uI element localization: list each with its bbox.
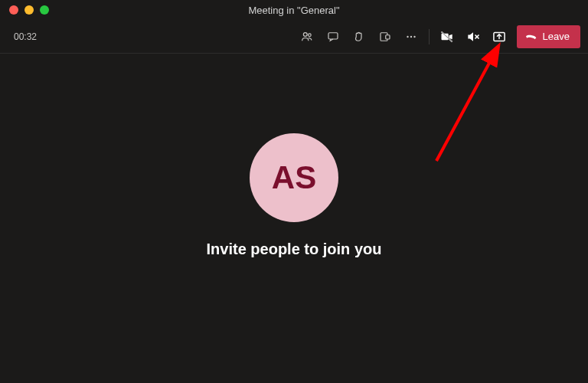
window-controls [0, 5, 49, 15]
avatar-initials: AS [272, 159, 316, 196]
breakout-rooms-button[interactable] [372, 24, 398, 50]
svg-point-0 [303, 32, 307, 36]
share-screen-icon [492, 29, 507, 44]
ellipsis-icon [404, 30, 418, 44]
svg-rect-4 [385, 34, 389, 38]
leave-label: Leave [543, 31, 570, 42]
leave-button[interactable]: Leave [517, 25, 580, 48]
share-tray-button[interactable] [486, 24, 512, 50]
rooms-icon [378, 30, 392, 44]
svg-rect-2 [328, 32, 338, 38]
mic-toggle-button[interactable] [460, 24, 486, 50]
chat-button[interactable] [320, 24, 346, 50]
camera-off-icon [439, 29, 455, 44]
camera-toggle-button[interactable] [434, 24, 460, 50]
more-actions-button[interactable] [398, 24, 424, 50]
people-icon [300, 30, 314, 44]
raise-hand-button[interactable] [346, 24, 372, 50]
svg-point-7 [413, 35, 415, 37]
svg-point-1 [308, 33, 311, 36]
close-window-button[interactable] [9, 5, 18, 15]
svg-point-5 [407, 35, 408, 37]
avatar: AS [250, 133, 338, 222]
title-bar: Meeting in "General" [0, 0, 588, 20]
window-title: Meeting in "General" [0, 5, 588, 16]
meeting-toolbar: 00:32 [0, 20, 588, 54]
hand-icon [352, 30, 366, 44]
meeting-timer: 00:32 [14, 31, 37, 42]
chat-icon [326, 30, 340, 44]
meeting-stage: AS Invite people to join you [0, 54, 588, 383]
svg-point-6 [410, 35, 411, 37]
maximize-window-button[interactable] [40, 5, 49, 15]
participants-button[interactable] [294, 24, 320, 50]
speaker-muted-icon [466, 29, 481, 44]
invite-prompt: Invite people to join you [207, 241, 382, 258]
toolbar-divider [429, 29, 430, 44]
minimize-window-button[interactable] [24, 5, 34, 15]
hangup-icon [524, 28, 538, 44]
